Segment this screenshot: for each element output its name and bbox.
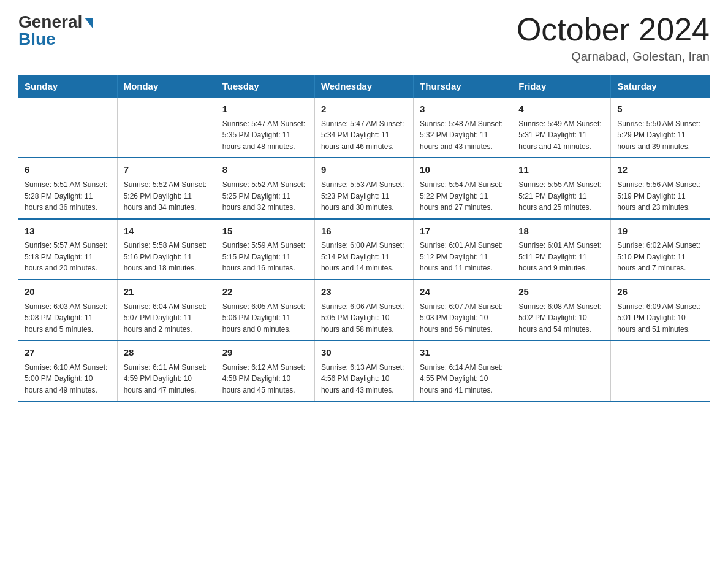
day-number: 14 <box>124 224 210 239</box>
header-cell-tuesday: Tuesday <box>216 75 314 98</box>
cell-info: Sunrise: 5:57 AM Sunset: 5:18 PM Dayligh… <box>25 240 111 274</box>
day-number: 26 <box>617 285 703 299</box>
calendar-cell: 3Sunrise: 5:48 AM Sunset: 5:32 PM Daylig… <box>414 98 512 158</box>
day-number: 24 <box>420 285 506 299</box>
day-number: 5 <box>617 102 703 117</box>
day-number: 25 <box>518 285 604 299</box>
day-number: 17 <box>420 224 506 239</box>
calendar-header: SundayMondayTuesdayWednesdayThursdayFrid… <box>18 75 710 98</box>
header-cell-wednesday: Wednesday <box>314 75 413 98</box>
calendar-cell: 1Sunrise: 5:47 AM Sunset: 5:35 PM Daylig… <box>216 98 314 158</box>
week-row-4: 20Sunrise: 6:03 AM Sunset: 5:08 PM Dayli… <box>18 280 710 340</box>
cell-info: Sunrise: 6:13 AM Sunset: 4:56 PM Dayligh… <box>321 362 407 396</box>
calendar-cell: 11Sunrise: 5:55 AM Sunset: 5:21 PM Dayli… <box>512 158 611 218</box>
cell-info: Sunrise: 5:56 AM Sunset: 5:19 PM Dayligh… <box>617 179 703 213</box>
header-cell-sunday: Sunday <box>18 75 117 98</box>
calendar-body: 1Sunrise: 5:47 AM Sunset: 5:35 PM Daylig… <box>18 98 710 401</box>
calendar-cell: 10Sunrise: 5:54 AM Sunset: 5:22 PM Dayli… <box>414 158 512 218</box>
day-number: 19 <box>617 224 703 239</box>
cell-info: Sunrise: 5:47 AM Sunset: 5:35 PM Dayligh… <box>222 118 308 153</box>
calendar-table: SundayMondayTuesdayWednesdayThursdayFrid… <box>18 75 710 402</box>
cell-info: Sunrise: 5:52 AM Sunset: 5:26 PM Dayligh… <box>124 179 210 213</box>
day-number: 9 <box>321 163 407 177</box>
calendar-cell: 30Sunrise: 6:13 AM Sunset: 4:56 PM Dayli… <box>314 340 413 401</box>
calendar-cell: 27Sunrise: 6:10 AM Sunset: 5:00 PM Dayli… <box>18 340 117 401</box>
week-row-1: 1Sunrise: 5:47 AM Sunset: 5:35 PM Daylig… <box>18 98 710 158</box>
cell-info: Sunrise: 6:05 AM Sunset: 5:06 PM Dayligh… <box>222 301 308 335</box>
day-number: 6 <box>25 163 111 177</box>
cell-info: Sunrise: 5:59 AM Sunset: 5:15 PM Dayligh… <box>222 240 308 274</box>
day-number: 13 <box>25 224 111 239</box>
calendar-cell: 18Sunrise: 6:01 AM Sunset: 5:11 PM Dayli… <box>512 219 611 280</box>
day-number: 10 <box>420 163 506 177</box>
calendar-cell: 13Sunrise: 5:57 AM Sunset: 5:18 PM Dayli… <box>18 219 117 280</box>
cell-info: Sunrise: 6:12 AM Sunset: 4:58 PM Dayligh… <box>222 362 308 396</box>
calendar-cell: 20Sunrise: 6:03 AM Sunset: 5:08 PM Dayli… <box>18 280 117 340</box>
calendar-cell: 31Sunrise: 6:14 AM Sunset: 4:55 PM Dayli… <box>414 340 512 401</box>
week-row-3: 13Sunrise: 5:57 AM Sunset: 5:18 PM Dayli… <box>18 219 710 280</box>
cell-info: Sunrise: 6:01 AM Sunset: 5:12 PM Dayligh… <box>420 240 506 274</box>
logo-arrow-icon <box>85 18 93 29</box>
day-number: 21 <box>124 285 210 299</box>
calendar-cell: 17Sunrise: 6:01 AM Sunset: 5:12 PM Dayli… <box>414 219 512 280</box>
cell-info: Sunrise: 5:58 AM Sunset: 5:16 PM Dayligh… <box>124 240 210 274</box>
calendar-cell: 7Sunrise: 5:52 AM Sunset: 5:26 PM Daylig… <box>117 158 216 218</box>
day-number: 31 <box>420 346 506 360</box>
week-row-2: 6Sunrise: 5:51 AM Sunset: 5:28 PM Daylig… <box>18 158 710 218</box>
day-number: 27 <box>25 346 111 360</box>
day-number: 4 <box>518 102 604 117</box>
calendar-cell <box>18 98 117 158</box>
cell-info: Sunrise: 5:54 AM Sunset: 5:22 PM Dayligh… <box>420 179 506 213</box>
cell-info: Sunrise: 6:00 AM Sunset: 5:14 PM Dayligh… <box>321 240 407 274</box>
day-number: 22 <box>222 285 308 299</box>
day-number: 29 <box>222 346 308 360</box>
header-cell-friday: Friday <box>512 75 611 98</box>
calendar-cell: 14Sunrise: 5:58 AM Sunset: 5:16 PM Dayli… <box>117 219 216 280</box>
calendar-cell: 6Sunrise: 5:51 AM Sunset: 5:28 PM Daylig… <box>18 158 117 218</box>
logo-blue-text: Blue <box>18 29 56 49</box>
calendar-cell: 21Sunrise: 6:04 AM Sunset: 5:07 PM Dayli… <box>117 280 216 340</box>
cell-info: Sunrise: 6:09 AM Sunset: 5:01 PM Dayligh… <box>617 301 703 335</box>
cell-info: Sunrise: 6:11 AM Sunset: 4:59 PM Dayligh… <box>124 362 210 396</box>
calendar-cell <box>512 340 611 401</box>
cell-info: Sunrise: 5:51 AM Sunset: 5:28 PM Dayligh… <box>25 179 111 213</box>
calendar-cell: 19Sunrise: 6:02 AM Sunset: 5:10 PM Dayli… <box>611 219 710 280</box>
calendar-cell: 2Sunrise: 5:47 AM Sunset: 5:34 PM Daylig… <box>314 98 413 158</box>
calendar-cell: 5Sunrise: 5:50 AM Sunset: 5:29 PM Daylig… <box>611 98 710 158</box>
calendar-cell: 26Sunrise: 6:09 AM Sunset: 5:01 PM Dayli… <box>611 280 710 340</box>
calendar-cell: 8Sunrise: 5:52 AM Sunset: 5:25 PM Daylig… <box>216 158 314 218</box>
day-number: 30 <box>321 346 407 360</box>
title-block: October 2024 Qarnabad, Golestan, Iran <box>517 12 710 64</box>
cell-info: Sunrise: 5:55 AM Sunset: 5:21 PM Dayligh… <box>518 179 604 213</box>
calendar-cell: 16Sunrise: 6:00 AM Sunset: 5:14 PM Dayli… <box>314 219 413 280</box>
cell-info: Sunrise: 6:10 AM Sunset: 5:00 PM Dayligh… <box>25 362 111 396</box>
calendar-cell: 15Sunrise: 5:59 AM Sunset: 5:15 PM Dayli… <box>216 219 314 280</box>
cell-info: Sunrise: 6:06 AM Sunset: 5:05 PM Dayligh… <box>321 301 407 335</box>
header-row: SundayMondayTuesdayWednesdayThursdayFrid… <box>18 75 710 98</box>
calendar-cell: 29Sunrise: 6:12 AM Sunset: 4:58 PM Dayli… <box>216 340 314 401</box>
day-number: 28 <box>124 346 210 360</box>
week-row-5: 27Sunrise: 6:10 AM Sunset: 5:00 PM Dayli… <box>18 340 710 401</box>
month-title: October 2024 <box>517 12 710 47</box>
day-number: 15 <box>222 224 308 239</box>
calendar-cell: 28Sunrise: 6:11 AM Sunset: 4:59 PM Dayli… <box>117 340 216 401</box>
cell-info: Sunrise: 5:47 AM Sunset: 5:34 PM Dayligh… <box>321 118 407 153</box>
calendar-cell: 4Sunrise: 5:49 AM Sunset: 5:31 PM Daylig… <box>512 98 611 158</box>
calendar-cell <box>611 340 710 401</box>
day-number: 2 <box>321 102 407 117</box>
day-number: 7 <box>124 163 210 177</box>
calendar-cell: 22Sunrise: 6:05 AM Sunset: 5:06 PM Dayli… <box>216 280 314 340</box>
page-header: General Blue October 2024 Qarnabad, Gole… <box>18 12 710 64</box>
day-number: 1 <box>222 102 308 117</box>
header-cell-saturday: Saturday <box>611 75 710 98</box>
header-cell-thursday: Thursday <box>414 75 512 98</box>
day-number: 20 <box>25 285 111 299</box>
day-number: 18 <box>518 224 604 239</box>
day-number: 8 <box>222 163 308 177</box>
day-number: 12 <box>617 163 703 177</box>
cell-info: Sunrise: 6:03 AM Sunset: 5:08 PM Dayligh… <box>25 301 111 335</box>
logo: General Blue <box>18 12 93 49</box>
cell-info: Sunrise: 6:02 AM Sunset: 5:10 PM Dayligh… <box>617 240 703 274</box>
cell-info: Sunrise: 6:01 AM Sunset: 5:11 PM Dayligh… <box>518 240 604 274</box>
day-number: 11 <box>518 163 604 177</box>
